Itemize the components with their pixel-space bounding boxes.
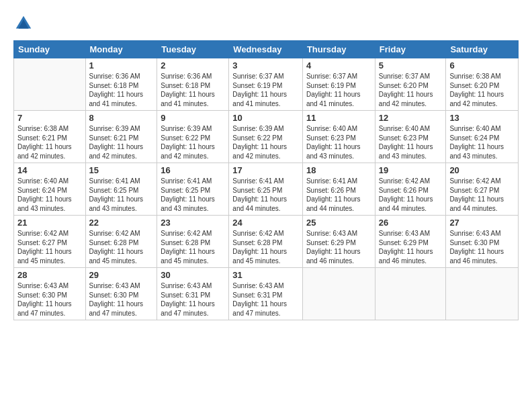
day-number: 19 — [379, 165, 443, 175]
calendar-cell: 20Sunrise: 6:42 AMSunset: 6:27 PMDayligh… — [446, 163, 519, 216]
calendar-cell: 9Sunrise: 6:39 AMSunset: 6:22 PMDaylight… — [157, 111, 229, 163]
day-number: 20 — [449, 165, 515, 175]
calendar-cell: 10Sunrise: 6:39 AMSunset: 6:22 PMDayligh… — [229, 111, 303, 163]
calendar-cell: 15Sunrise: 6:41 AMSunset: 6:25 PMDayligh… — [85, 163, 157, 216]
day-number: 15 — [89, 165, 154, 175]
header — [13, 13, 519, 34]
day-number: 13 — [449, 113, 515, 123]
logo-icon — [13, 13, 34, 34]
week-row-4: 28Sunrise: 6:43 AMSunset: 6:30 PMDayligh… — [14, 268, 519, 320]
day-info: Sunrise: 6:42 AMSunset: 6:26 PMDaylight:… — [379, 177, 443, 213]
day-number: 16 — [161, 165, 225, 175]
day-number: 11 — [306, 113, 371, 123]
day-number: 27 — [449, 218, 515, 228]
day-info: Sunrise: 6:40 AMSunset: 6:23 PMDaylight:… — [306, 124, 371, 161]
day-info: Sunrise: 6:39 AMSunset: 6:22 PMDaylight:… — [232, 124, 299, 161]
day-number: 3 — [232, 60, 299, 71]
calendar-cell: 11Sunrise: 6:40 AMSunset: 6:23 PMDayligh… — [302, 111, 375, 163]
day-number: 29 — [89, 270, 154, 280]
calendar-cell: 2Sunrise: 6:36 AMSunset: 6:18 PMDaylight… — [157, 58, 229, 111]
calendar-cell: 18Sunrise: 6:41 AMSunset: 6:26 PMDayligh… — [302, 163, 375, 216]
week-row-2: 14Sunrise: 6:40 AMSunset: 6:24 PMDayligh… — [14, 163, 519, 216]
calendar-cell: 8Sunrise: 6:39 AMSunset: 6:21 PMDaylight… — [85, 111, 157, 163]
weekday-header-thursday: Thursday — [302, 41, 375, 58]
day-info: Sunrise: 6:43 AMSunset: 6:31 PMDaylight:… — [232, 281, 299, 318]
day-info: Sunrise: 6:42 AMSunset: 6:28 PMDaylight:… — [161, 229, 225, 265]
day-number: 30 — [161, 270, 225, 280]
calendar-cell: 7Sunrise: 6:38 AMSunset: 6:21 PMDaylight… — [14, 111, 86, 163]
logo — [13, 13, 36, 34]
day-info: Sunrise: 6:41 AMSunset: 6:26 PMDaylight:… — [306, 177, 371, 213]
day-number: 25 — [306, 218, 371, 228]
weekday-row: SundayMondayTuesdayWednesdayThursdayFrid… — [14, 41, 519, 58]
weekday-header-saturday: Saturday — [446, 41, 519, 58]
weekday-header-wednesday: Wednesday — [229, 41, 303, 58]
day-info: Sunrise: 6:40 AMSunset: 6:23 PMDaylight:… — [379, 124, 443, 161]
day-info: Sunrise: 6:43 AMSunset: 6:29 PMDaylight:… — [379, 229, 443, 265]
calendar-cell: 4Sunrise: 6:37 AMSunset: 6:19 PMDaylight… — [302, 58, 375, 111]
day-number: 28 — [17, 270, 82, 280]
week-row-1: 7Sunrise: 6:38 AMSunset: 6:21 PMDaylight… — [14, 111, 519, 163]
calendar-cell: 31Sunrise: 6:43 AMSunset: 6:31 PMDayligh… — [229, 268, 303, 320]
day-info: Sunrise: 6:41 AMSunset: 6:25 PMDaylight:… — [161, 177, 225, 213]
calendar-cell: 6Sunrise: 6:38 AMSunset: 6:20 PMDaylight… — [446, 58, 519, 111]
calendar-cell: 17Sunrise: 6:41 AMSunset: 6:25 PMDayligh… — [229, 163, 303, 216]
calendar-cell: 1Sunrise: 6:36 AMSunset: 6:18 PMDaylight… — [85, 58, 157, 111]
day-info: Sunrise: 6:37 AMSunset: 6:19 PMDaylight:… — [232, 72, 299, 108]
day-info: Sunrise: 6:41 AMSunset: 6:25 PMDaylight:… — [89, 177, 154, 213]
day-number: 18 — [306, 165, 371, 175]
week-row-0: 1Sunrise: 6:36 AMSunset: 6:18 PMDaylight… — [14, 58, 519, 111]
calendar-cell: 19Sunrise: 6:42 AMSunset: 6:26 PMDayligh… — [375, 163, 446, 216]
day-info: Sunrise: 6:43 AMSunset: 6:30 PMDaylight:… — [89, 281, 154, 318]
day-number: 7 — [17, 113, 82, 123]
calendar-header: SundayMondayTuesdayWednesdayThursdayFrid… — [14, 41, 519, 58]
calendar-cell: 5Sunrise: 6:37 AMSunset: 6:20 PMDaylight… — [375, 58, 446, 111]
day-number: 2 — [161, 60, 225, 71]
day-number: 23 — [161, 218, 225, 228]
day-info: Sunrise: 6:43 AMSunset: 6:31 PMDaylight:… — [161, 281, 225, 318]
day-info: Sunrise: 6:41 AMSunset: 6:25 PMDaylight:… — [232, 177, 299, 213]
calendar-cell: 25Sunrise: 6:43 AMSunset: 6:29 PMDayligh… — [302, 216, 375, 268]
day-info: Sunrise: 6:40 AMSunset: 6:24 PMDaylight:… — [449, 124, 515, 161]
day-info: Sunrise: 6:43 AMSunset: 6:30 PMDaylight:… — [17, 281, 82, 318]
calendar-cell: 28Sunrise: 6:43 AMSunset: 6:30 PMDayligh… — [14, 268, 86, 320]
day-number: 24 — [232, 218, 299, 228]
day-number: 17 — [232, 165, 299, 175]
week-row-3: 21Sunrise: 6:42 AMSunset: 6:27 PMDayligh… — [14, 216, 519, 268]
calendar-cell: 14Sunrise: 6:40 AMSunset: 6:24 PMDayligh… — [14, 163, 86, 216]
calendar-cell: 24Sunrise: 6:42 AMSunset: 6:28 PMDayligh… — [229, 216, 303, 268]
day-info: Sunrise: 6:38 AMSunset: 6:21 PMDaylight:… — [17, 124, 82, 161]
day-number: 10 — [232, 113, 299, 123]
weekday-header-friday: Friday — [375, 41, 446, 58]
day-number: 26 — [379, 218, 443, 228]
weekday-header-tuesday: Tuesday — [157, 41, 229, 58]
day-info: Sunrise: 6:43 AMSunset: 6:30 PMDaylight:… — [449, 229, 515, 265]
day-number: 6 — [449, 60, 515, 71]
day-info: Sunrise: 6:42 AMSunset: 6:28 PMDaylight:… — [89, 229, 154, 265]
calendar-cell: 12Sunrise: 6:40 AMSunset: 6:23 PMDayligh… — [375, 111, 446, 163]
calendar-cell: 30Sunrise: 6:43 AMSunset: 6:31 PMDayligh… — [157, 268, 229, 320]
day-info: Sunrise: 6:38 AMSunset: 6:20 PMDaylight:… — [449, 72, 515, 108]
day-info: Sunrise: 6:43 AMSunset: 6:29 PMDaylight:… — [306, 229, 371, 265]
calendar-body: 1Sunrise: 6:36 AMSunset: 6:18 PMDaylight… — [14, 58, 519, 320]
day-info: Sunrise: 6:36 AMSunset: 6:18 PMDaylight:… — [161, 72, 225, 108]
day-number: 31 — [232, 270, 299, 280]
calendar-cell: 21Sunrise: 6:42 AMSunset: 6:27 PMDayligh… — [14, 216, 86, 268]
day-info: Sunrise: 6:42 AMSunset: 6:28 PMDaylight:… — [232, 229, 299, 265]
day-info: Sunrise: 6:36 AMSunset: 6:18 PMDaylight:… — [89, 72, 154, 108]
calendar-table: SundayMondayTuesdayWednesdayThursdayFrid… — [13, 40, 519, 320]
day-number: 4 — [306, 60, 371, 71]
day-number: 8 — [89, 113, 154, 123]
calendar-cell: 16Sunrise: 6:41 AMSunset: 6:25 PMDayligh… — [157, 163, 229, 216]
calendar-cell: 27Sunrise: 6:43 AMSunset: 6:30 PMDayligh… — [446, 216, 519, 268]
calendar-cell — [446, 268, 519, 320]
day-info: Sunrise: 6:39 AMSunset: 6:22 PMDaylight:… — [161, 124, 225, 161]
day-info: Sunrise: 6:37 AMSunset: 6:20 PMDaylight:… — [379, 72, 443, 108]
weekday-header-monday: Monday — [85, 41, 157, 58]
day-info: Sunrise: 6:37 AMSunset: 6:19 PMDaylight:… — [306, 72, 371, 108]
day-info: Sunrise: 6:39 AMSunset: 6:21 PMDaylight:… — [89, 124, 154, 161]
day-number: 5 — [379, 60, 443, 71]
day-number: 12 — [379, 113, 443, 123]
day-number: 9 — [161, 113, 225, 123]
calendar-cell: 3Sunrise: 6:37 AMSunset: 6:19 PMDaylight… — [229, 58, 303, 111]
